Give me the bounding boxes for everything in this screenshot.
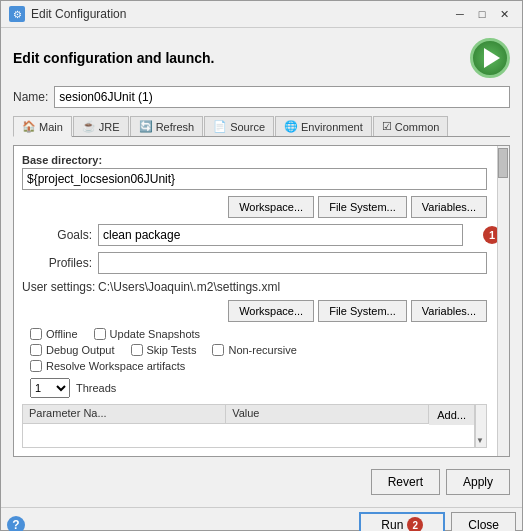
- name-label: Name:: [13, 90, 48, 104]
- revert-button[interactable]: Revert: [371, 469, 440, 495]
- file-system-button-1[interactable]: File System...: [318, 196, 407, 218]
- offline-checkbox[interactable]: [30, 328, 42, 340]
- run-button-label: Run: [381, 518, 403, 531]
- file-system-button-2[interactable]: File System...: [318, 300, 407, 322]
- threads-select[interactable]: 1 2 4: [30, 378, 70, 398]
- minimize-button[interactable]: ─: [450, 5, 470, 23]
- refresh-tab-icon: 🔄: [139, 120, 153, 133]
- skip-tests-checkbox[interactable]: [131, 344, 143, 356]
- offline-label: Offline: [46, 328, 78, 340]
- apply-button[interactable]: Apply: [446, 469, 510, 495]
- add-button[interactable]: Add...: [429, 405, 474, 425]
- params-scroll-arrow: ▼: [476, 436, 486, 445]
- common-tab-label: Common: [395, 121, 440, 133]
- goals-input[interactable]: [98, 224, 463, 246]
- maximize-button[interactable]: □: [472, 5, 492, 23]
- profiles-label: Profiles:: [22, 256, 92, 270]
- workspace-button-1[interactable]: Workspace...: [228, 196, 314, 218]
- resolve-workspace-checkbox-label[interactable]: Resolve Workspace artifacts: [30, 360, 185, 372]
- workspace-button-2[interactable]: Workspace...: [228, 300, 314, 322]
- title-bar-left: ⚙ Edit Configuration: [9, 6, 126, 22]
- user-settings-btns: Workspace... File System... Variables...: [22, 300, 487, 322]
- tab-refresh[interactable]: 🔄 Refresh: [130, 116, 204, 136]
- run-icon-button[interactable]: [470, 38, 510, 78]
- debug-output-checkbox-label[interactable]: Debug Output: [30, 344, 115, 356]
- window-title: Edit Configuration: [31, 7, 126, 21]
- footer-row: ? Run 2 Close: [1, 508, 522, 531]
- user-settings-value: C:\Users\Joaquin\.m2\settings.xml: [98, 280, 487, 294]
- goals-row: Goals: 1: [22, 224, 501, 246]
- tab-jre[interactable]: ☕ JRE: [73, 116, 129, 136]
- update-snapshots-checkbox-label[interactable]: Update Snapshots: [94, 328, 201, 340]
- window-icon: ⚙: [9, 6, 25, 22]
- params-col-value: Value: [226, 405, 429, 423]
- source-tab-label: Source: [230, 121, 265, 133]
- skip-tests-label: Skip Tests: [147, 344, 197, 356]
- base-directory-btns: Workspace... File System... Variables...: [22, 196, 487, 218]
- non-recursive-label: Non-recursive: [228, 344, 296, 356]
- threads-row: 1 2 4 Threads: [22, 378, 501, 398]
- checkboxes-section: Offline Update Snapshots Debug Output Sk…: [22, 328, 487, 372]
- tabs-bar: 🏠 Main ☕ JRE 🔄 Refresh 📄 Source 🌐 Enviro…: [13, 116, 510, 137]
- non-recursive-checkbox[interactable]: [212, 344, 224, 356]
- non-recursive-checkbox-label[interactable]: Non-recursive: [212, 344, 296, 356]
- user-settings-row: User settings: C:\Users\Joaquin\.m2\sett…: [22, 280, 501, 294]
- run-button[interactable]: Run 2: [359, 512, 445, 531]
- checkbox-row-2: Debug Output Skip Tests Non-recursive: [30, 344, 487, 356]
- base-directory-label: Base directory:: [22, 154, 501, 166]
- tab-environment[interactable]: 🌐 Environment: [275, 116, 372, 136]
- footer-buttons: Run 2 Close: [359, 512, 516, 531]
- profiles-row: Profiles:: [22, 252, 501, 274]
- main-window: ⚙ Edit Configuration ─ □ ✕ Edit configur…: [0, 0, 523, 531]
- threads-label: Threads: [76, 382, 116, 394]
- debug-output-label: Debug Output: [46, 344, 115, 356]
- tab-source[interactable]: 📄 Source: [204, 116, 274, 136]
- params-table: Parameter Na... Value Add...: [22, 404, 475, 448]
- close-window-button[interactable]: ✕: [494, 5, 514, 23]
- name-input[interactable]: [54, 86, 510, 108]
- refresh-tab-label: Refresh: [156, 121, 195, 133]
- main-tab-icon: 🏠: [22, 120, 36, 133]
- goals-label: Goals:: [22, 228, 92, 242]
- base-directory-input[interactable]: [22, 168, 487, 190]
- common-tab-icon: ☑: [382, 120, 392, 133]
- environment-tab-label: Environment: [301, 121, 363, 133]
- jre-tab-icon: ☕: [82, 120, 96, 133]
- name-row: Name:: [13, 86, 510, 108]
- header-row: Edit configuration and launch.: [13, 38, 510, 78]
- params-section: Parameter Na... Value Add... ▼: [22, 404, 487, 448]
- base-directory-section: Base directory:: [22, 154, 501, 190]
- tab-common[interactable]: ☑ Common: [373, 116, 449, 136]
- user-settings-label: User settings:: [22, 280, 92, 294]
- source-tab-icon: 📄: [213, 120, 227, 133]
- checkbox-row-1: Offline Update Snapshots: [30, 328, 487, 340]
- main-tab-label: Main: [39, 121, 63, 133]
- revert-apply-row: Revert Apply: [13, 465, 510, 497]
- play-triangle: [484, 48, 500, 68]
- variables-button-1[interactable]: Variables...: [411, 196, 487, 218]
- params-scrollbar: ▼: [475, 404, 487, 448]
- update-snapshots-checkbox[interactable]: [94, 328, 106, 340]
- update-snapshots-label: Update Snapshots: [110, 328, 201, 340]
- debug-output-checkbox[interactable]: [30, 344, 42, 356]
- resolve-workspace-checkbox[interactable]: [30, 360, 42, 372]
- checkbox-row-3: Resolve Workspace artifacts: [30, 360, 487, 372]
- run-badge: 2: [407, 517, 423, 531]
- params-body: [22, 424, 475, 448]
- page-title: Edit configuration and launch.: [13, 50, 214, 66]
- panel-scrollbar[interactable]: [497, 146, 509, 456]
- main-panel: Base directory: Workspace... File System…: [13, 145, 510, 457]
- scrollbar-thumb[interactable]: [498, 148, 508, 178]
- variables-button-2[interactable]: Variables...: [411, 300, 487, 322]
- content-area: Edit configuration and launch. Name: 🏠 M…: [1, 28, 522, 507]
- close-button[interactable]: Close: [451, 512, 516, 531]
- environment-tab-icon: 🌐: [284, 120, 298, 133]
- jre-tab-label: JRE: [99, 121, 120, 133]
- skip-tests-checkbox-label[interactable]: Skip Tests: [131, 344, 197, 356]
- profiles-input[interactable]: [98, 252, 487, 274]
- help-button[interactable]: ?: [7, 516, 25, 531]
- offline-checkbox-label[interactable]: Offline: [30, 328, 78, 340]
- params-col-name: Parameter Na...: [23, 405, 226, 423]
- title-bar-controls: ─ □ ✕: [450, 5, 514, 23]
- tab-main[interactable]: 🏠 Main: [13, 116, 72, 137]
